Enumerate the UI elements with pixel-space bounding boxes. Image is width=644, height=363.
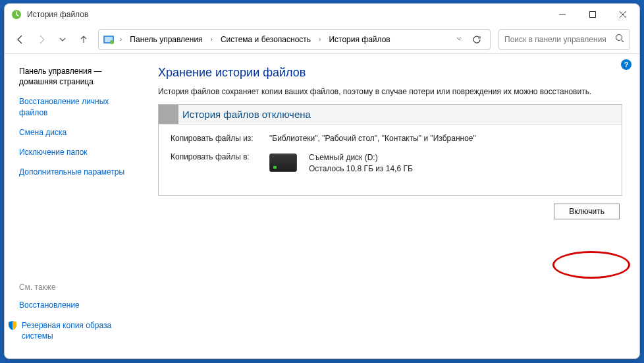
maximize-button[interactable] bbox=[577, 4, 608, 25]
drive-name: Съемный диск (D:) bbox=[309, 152, 413, 163]
svg-point-5 bbox=[616, 35, 622, 41]
copy-from-value: "Библиотеки", "Рабочий стол", "Контакты"… bbox=[269, 134, 476, 143]
breadcrumb-item[interactable]: История файлов bbox=[326, 34, 392, 45]
close-button[interactable] bbox=[608, 4, 638, 25]
recent-locations-button[interactable] bbox=[56, 33, 69, 46]
breadcrumb[interactable]: › Панель управления › Система и безопасн… bbox=[98, 29, 491, 50]
drive-space: Осталось 10,8 ГБ из 14,6 ГБ bbox=[309, 163, 413, 175]
chevron-down-icon[interactable] bbox=[454, 36, 464, 43]
window-title: История файлов bbox=[27, 10, 547, 19]
search-icon[interactable] bbox=[615, 34, 624, 45]
sidebar-also-recovery[interactable]: Восстановление bbox=[19, 300, 134, 310]
status-panel: История файлов отключена Копировать файл… bbox=[158, 104, 622, 196]
sidebar-home-link[interactable]: Панель управления — домашняя страница bbox=[19, 66, 134, 87]
svg-rect-1 bbox=[590, 12, 596, 18]
toolbar: › Панель управления › Система и безопасн… bbox=[5, 25, 639, 54]
search-input[interactable] bbox=[504, 35, 611, 44]
minimize-button[interactable] bbox=[547, 4, 577, 25]
content-area: ? Панель управления — домашняя страница … bbox=[5, 54, 639, 358]
status-title: История файлов отключена bbox=[159, 105, 622, 125]
copy-from-label: Копировать файлы из: bbox=[171, 134, 256, 143]
refresh-button[interactable] bbox=[468, 35, 486, 44]
svg-point-4 bbox=[110, 40, 114, 44]
sidebar-also-image-backup[interactable]: Резервная копия образа системы bbox=[22, 320, 134, 341]
copy-to-label: Копировать файлы в: bbox=[171, 152, 256, 175]
chevron-right-icon: › bbox=[119, 36, 123, 43]
sidebar-link-restore[interactable]: Восстановление личных файлов bbox=[19, 96, 134, 117]
titlebar[interactable]: История файлов bbox=[5, 4, 639, 25]
control-panel-icon bbox=[103, 34, 115, 45]
main-content: Хранение истории файлов История файлов с… bbox=[141, 54, 639, 358]
chevron-right-icon: › bbox=[317, 36, 322, 43]
drive-icon bbox=[269, 154, 297, 172]
search-box[interactable] bbox=[498, 29, 630, 50]
breadcrumb-item[interactable]: Система и безопасность bbox=[218, 34, 313, 45]
up-button[interactable] bbox=[77, 33, 90, 46]
highlight-annotation bbox=[552, 251, 630, 279]
sidebar-link-change-drive[interactable]: Смена диска bbox=[19, 127, 134, 138]
shield-icon bbox=[7, 320, 18, 331]
see-also-label: См. также bbox=[19, 283, 134, 292]
page-description: История файлов сохраняет копии ваших фай… bbox=[158, 86, 622, 98]
back-button[interactable] bbox=[14, 33, 27, 46]
window-frame: История файлов › Панель управления › Сис… bbox=[4, 3, 640, 359]
sidebar: Панель управления — домашняя страница Во… bbox=[5, 54, 141, 358]
chevron-right-icon: › bbox=[209, 36, 214, 43]
file-history-icon bbox=[11, 9, 22, 20]
page-heading: Хранение истории файлов bbox=[158, 66, 622, 80]
sidebar-link-exclude[interactable]: Исключение папок bbox=[19, 147, 134, 157]
forward-button[interactable] bbox=[35, 33, 48, 46]
enable-button[interactable]: Включить bbox=[554, 204, 620, 219]
breadcrumb-item[interactable]: Панель управления bbox=[127, 34, 205, 45]
sidebar-link-advanced[interactable]: Дополнительные параметры bbox=[19, 167, 134, 177]
